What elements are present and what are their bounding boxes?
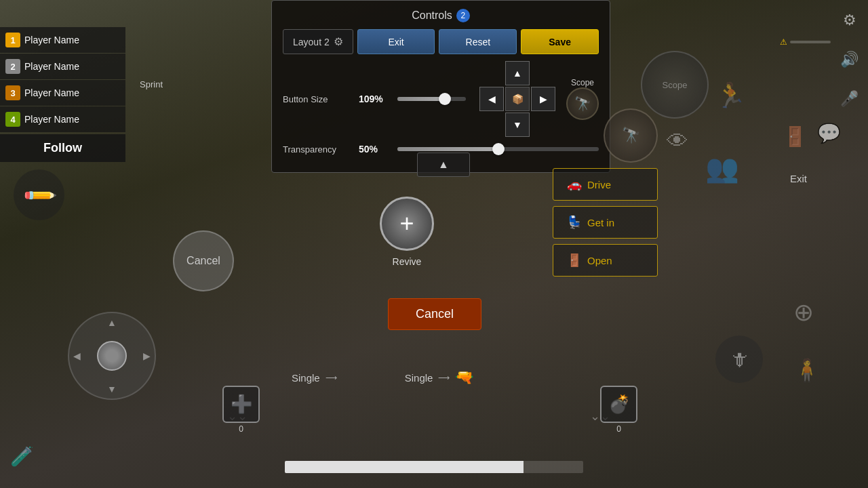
player-num-4: 4 — [5, 112, 20, 127]
arrow-pad-top-row: ▲ — [505, 61, 530, 85]
transparency-slider[interactable] — [397, 147, 599, 151]
direction-pad: ▲ ◀ 📦 ▶ ▼ — [479, 61, 555, 137]
drive-button[interactable]: 🚗 Drive — [553, 168, 658, 201]
player-name-4: Player Name — [24, 114, 79, 125]
save-button[interactable]: Save — [521, 29, 599, 54]
exit-button[interactable]: Exit — [357, 29, 435, 54]
transparency-fill — [397, 147, 498, 151]
knife-icon[interactable]: 🗡 — [715, 336, 763, 383]
prone-icon[interactable]: 🧍 — [793, 357, 821, 383]
sprint-label: Sprint — [140, 79, 163, 89]
scope-area: Scope 🔭 — [566, 78, 599, 120]
bullet-icon-wrap: ✏️ — [14, 169, 64, 220]
scope-deco-large: 🔭 — [604, 108, 658, 163]
scope-circle: Scope — [641, 51, 709, 119]
joystick-arrow-right: ▶ — [143, 350, 151, 361]
player-num-2: 2 — [5, 59, 20, 74]
grenade-icon[interactable]: 💣 — [600, 386, 637, 423]
ammo-arrow-2: ⟶ — [438, 373, 450, 382]
people-icon: 👥 — [705, 152, 739, 184]
volume-area: ⚠ — [780, 37, 831, 47]
get-in-button[interactable]: 💺 Get in — [553, 206, 658, 239]
settings-icon[interactable]: ⚙ — [836, 7, 863, 34]
button-size-thumb[interactable] — [439, 93, 451, 105]
bullet-icon: ✏️ — [20, 176, 58, 214]
firstaid-icon[interactable]: ➕ — [222, 386, 260, 423]
drive-icon: 🚗 — [567, 177, 582, 192]
cancel-circle-button[interactable]: Cancel — [173, 230, 234, 291]
health-bar — [285, 461, 583, 473]
arrow-pad-mid-row: ◀ 📦 ▶ — [479, 87, 555, 111]
scope-text: Scope — [663, 80, 688, 90]
scope-icon: 🔭 — [574, 96, 591, 112]
joystick-arrow-left: ◀ — [73, 350, 81, 361]
player-item-1[interactable]: 1 Player Name — [0, 27, 125, 53]
eye-icon[interactable]: 👁 — [667, 129, 688, 154]
exit-game-label[interactable]: Exit — [790, 173, 807, 184]
volume-track[interactable] — [790, 41, 831, 43]
joystick-arrow-up: ▲ — [107, 317, 117, 328]
player-item-4[interactable]: 4 Player Name — [0, 106, 125, 132]
revive-icon: + — [399, 209, 414, 238]
button-size-slider[interactable] — [397, 97, 466, 101]
arrow-left-button[interactable]: ◀ — [479, 87, 504, 111]
up-arrow-button[interactable]: ▲ — [417, 152, 470, 177]
revive-label: Revive — [393, 256, 422, 267]
controls-badge: 2 — [456, 9, 470, 22]
open-label: Open — [587, 255, 612, 266]
player-item-3[interactable]: 3 Player Name — [0, 80, 125, 106]
open-button[interactable]: 🚪 Open — [553, 244, 658, 277]
health-fill — [285, 461, 524, 473]
get-in-label: Get in — [587, 217, 614, 228]
mic-icon[interactable]: 🎤 — [836, 85, 863, 113]
run-icon: 🏃 — [715, 81, 746, 110]
arrow-up-button[interactable]: ▲ — [505, 61, 530, 85]
reset-button[interactable]: Reset — [439, 29, 517, 54]
controls-title: Controls 2 — [283, 9, 599, 22]
joystick-arrow-down: ▼ — [107, 384, 117, 394]
weapon2-label: Single — [405, 372, 433, 384]
transparency-thumb[interactable] — [492, 143, 505, 155]
revive-area: + Revive — [380, 197, 434, 267]
weapon-slots: Single ⟶ Single ⟶ 🔫 — [292, 369, 473, 386]
scope-label: Scope — [571, 78, 594, 87]
weapon-slot-1: Single ⟶ — [292, 369, 337, 386]
drive-label: Drive — [587, 179, 611, 190]
crosshair-icon: ⊕ — [793, 298, 834, 339]
scope-deco-small: 🔭 — [566, 87, 599, 120]
ui-layer: 1 Player Name 2 Player Name Sprint 3 Pla… — [0, 0, 868, 488]
button-size-slider-container — [397, 97, 466, 101]
arrow-right-button[interactable]: ▶ — [531, 87, 555, 111]
cancel-center-button[interactable]: Cancel — [388, 298, 481, 330]
button-size-label: Button Size — [283, 94, 351, 104]
follow-button[interactable]: Follow — [0, 134, 125, 162]
flask-icon: 🧪 — [10, 445, 34, 468]
right-side-icons: ⚙ 🔊 🎤 — [831, 0, 868, 119]
player-name-2: Player Name — [24, 61, 79, 72]
button-size-row: Button Size 109% ▲ ◀ 📦 ▶ — [283, 61, 599, 137]
player-num-1: 1 — [5, 33, 20, 47]
revive-button[interactable]: + — [380, 197, 434, 251]
arrow-center: 📦 — [505, 87, 530, 111]
weapon1-label: Single — [292, 372, 320, 384]
firstaid-count: 0 — [239, 424, 243, 434]
scope-deco-icon: 🔭 — [622, 127, 640, 144]
player-item-2[interactable]: 2 Player Name Sprint — [0, 54, 125, 79]
player-name-1: Player Name — [24, 35, 79, 45]
joystick[interactable]: ▲ ▼ ◀ ▶ — [68, 312, 156, 400]
arrow-center-icon: 📦 — [512, 94, 524, 104]
controls-top-row: Layout 2 ⚙ Exit Reset Save — [283, 29, 599, 54]
player-name-3: Player Name — [24, 87, 79, 98]
gear-icon: ⚙ — [334, 35, 343, 48]
door-icon[interactable]: 🚪 — [783, 125, 807, 148]
firstaid-wrap: ➕ 0 — [222, 386, 260, 434]
layout-button[interactable]: Layout 2 ⚙ — [283, 29, 353, 54]
grenade-count: 0 — [616, 424, 621, 434]
get-in-icon: 💺 — [567, 215, 582, 230]
arrow-down-button[interactable]: ▼ — [505, 113, 530, 137]
chat-icon[interactable]: 💬 — [817, 122, 841, 144]
volume-icon[interactable]: 🔊 — [836, 46, 863, 73]
grenade-wrap: 💣 0 — [600, 386, 637, 434]
joystick-inner — [97, 341, 127, 371]
transparency-slider-container — [397, 147, 599, 151]
